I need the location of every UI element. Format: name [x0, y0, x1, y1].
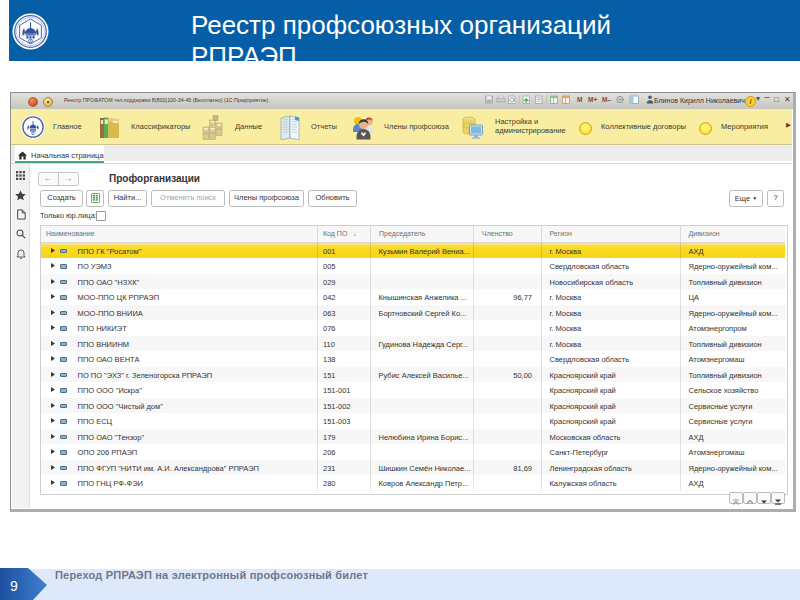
svg-text:M+: M+ [588, 96, 597, 103]
svg-text:M: M [577, 96, 582, 103]
svg-text:9: 9 [10, 578, 18, 594]
svg-text:M–: M– [602, 96, 611, 103]
